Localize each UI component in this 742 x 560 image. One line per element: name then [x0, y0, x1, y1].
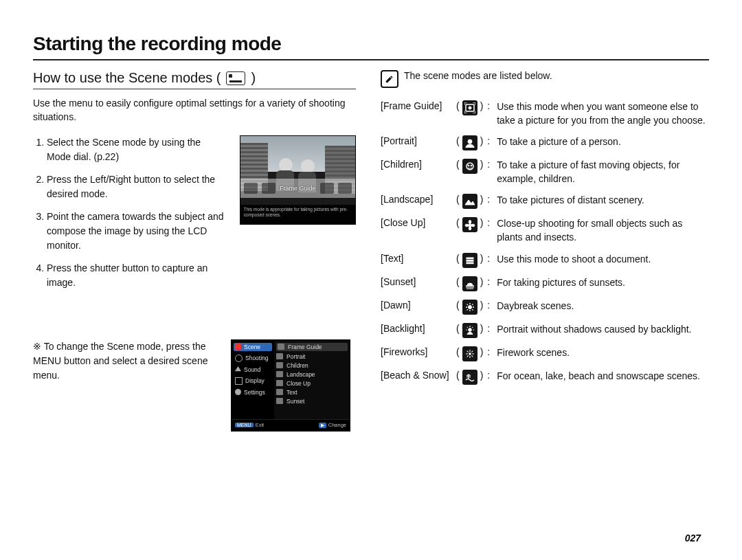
colon: :: [487, 253, 493, 264]
scene-change-note: ※ To change the Scene mode, press the ME…: [33, 339, 218, 432]
steps-list: Select the Scene mode by using the Mode …: [33, 135, 227, 298]
lcd2-left-item: Settings: [234, 388, 272, 396]
mode-description: To take a picture of a person.: [497, 135, 709, 149]
lcd2-right-menu: Frame Guide Portrait Children Landscape …: [274, 340, 350, 419]
mode-label: [Beach & Snow]: [381, 370, 452, 381]
backlight-icon: [462, 323, 477, 338]
modes-intro: The scene modes are listed below.: [404, 70, 552, 81]
horizontal-rule: [33, 59, 709, 60]
mode-label: [Backlight]: [381, 323, 452, 334]
colon: :: [487, 159, 493, 170]
lcd2-left-item: Scene: [234, 343, 272, 351]
mode-row: [Sunset]( ) : For taking pictures of sun…: [381, 276, 709, 291]
note-body: To change the Scene mode, press the MENU…: [33, 341, 207, 381]
mode-label: [Dawn]: [381, 300, 452, 311]
mode-icon-wrap: ( ): [456, 159, 483, 174]
colon: :: [487, 300, 493, 311]
lcd2-left-menu: Scene Shooting Sound Display Settings: [232, 340, 274, 419]
fireworks-icon: [462, 346, 477, 361]
sunset-icon: [462, 276, 477, 291]
page-title: Starting the recording mode: [33, 33, 709, 55]
reference-mark-icon: ※: [33, 341, 41, 352]
colon: :: [487, 135, 493, 146]
lcd2-right-item: Text: [276, 389, 348, 396]
mode-icon-wrap: ( ): [456, 217, 483, 232]
lcd1-strip-label: Frame Guide: [280, 185, 316, 192]
mode-icon-wrap: ( ): [456, 100, 483, 115]
colon: :: [487, 346, 493, 357]
scene-mode-icon: [226, 71, 245, 85]
lcd2-change-chip: ▶: [319, 423, 326, 428]
lcd2-right-item: Portrait: [276, 353, 348, 360]
mode-row: [Children]( ) : To take a picture of fas…: [381, 159, 709, 186]
children-icon: [462, 159, 477, 174]
lcd2-right-item: Close Up: [276, 380, 348, 387]
lcd-preview-frame-guide: Frame Guide This mode is appropriate for…: [240, 135, 356, 225]
lcd2-right-item: Sunset: [276, 398, 348, 405]
scene-modes-list: [Frame Guide]( ) : Use this mode when yo…: [381, 100, 709, 385]
colon: :: [487, 370, 493, 381]
mode-row: [Frame Guide]( ) : Use this mode when yo…: [381, 100, 709, 127]
step-item: Press the shutter button to capture an i…: [47, 261, 227, 290]
mode-label: [Children]: [381, 159, 452, 170]
mode-row: [Text]( ) : Use this mode to shoot a doc…: [381, 253, 709, 268]
lcd2-left-item: Sound: [234, 366, 272, 374]
colon: :: [487, 217, 493, 228]
frameguide-icon: [462, 100, 477, 115]
lcd-menu-screenshot: Scene Shooting Sound Display Settings Fr…: [231, 339, 350, 432]
colon: :: [487, 276, 493, 287]
lcd2-right-item: Children: [276, 362, 348, 369]
mode-row: [Beach & Snow]( ) : For ocean, lake, bea…: [381, 370, 709, 385]
mode-description: To take a picture of fast moving objects…: [497, 159, 709, 186]
colon: :: [487, 323, 493, 334]
mode-label: [Fireworks]: [381, 346, 452, 357]
beachsnow-icon: [462, 370, 477, 385]
mode-description: For taking pictures of sunsets.: [497, 276, 709, 290]
mode-description: Close-up shooting for small objects such…: [497, 217, 709, 244]
intro-text: Use the menu to easily configure optimal…: [33, 96, 356, 124]
mode-description: To take pictures of distant scenery.: [497, 194, 709, 208]
step-item: Point the camera towards the subject and…: [47, 210, 227, 253]
lcd2-right-item: Landscape: [276, 371, 348, 378]
subhead-text: How to use the Scene modes (: [33, 70, 221, 86]
lcd2-left-item: Display: [234, 377, 272, 385]
mode-row: [Portrait]( ) : To take a picture of a p…: [381, 135, 709, 150]
mode-description: Portrait without shadows caused by backl…: [497, 323, 709, 337]
colon: :: [487, 194, 493, 205]
mode-row: [Fireworks]( ) : Firework scenes.: [381, 346, 709, 361]
lcd1-caption: This mode is appropriate for taking pict…: [240, 205, 355, 224]
mode-icon-wrap: ( ): [456, 135, 483, 150]
subhead-close: ): [251, 70, 256, 86]
mode-description: Use this mode when you want someone else…: [497, 100, 709, 127]
mode-icon-wrap: ( ): [456, 300, 483, 315]
mode-label: [Sunset]: [381, 276, 452, 287]
mode-icon-wrap: ( ): [456, 323, 483, 338]
mode-icon-wrap: ( ): [456, 194, 483, 209]
mode-description: Firework scenes.: [497, 346, 709, 360]
dawn-icon: [462, 300, 477, 315]
mode-icon-wrap: ( ): [456, 370, 483, 385]
mode-description: For ocean, lake, beach and snowscape sce…: [497, 370, 709, 383]
text-icon: [462, 253, 477, 268]
portrait-icon: [462, 135, 477, 150]
mode-row: [Backlight]( ) : Portrait without shadow…: [381, 323, 709, 338]
mode-icon-wrap: ( ): [456, 346, 483, 361]
mode-label: [Landscape]: [381, 194, 452, 205]
lcd2-right-item: Frame Guide: [276, 343, 348, 351]
landscape-icon: [462, 194, 477, 209]
step-item: Select the Scene mode by using the Mode …: [47, 135, 227, 164]
mode-row: [Landscape]( ) : To take pictures of dis…: [381, 194, 709, 209]
mode-description: Use this mode to shoot a document.: [497, 253, 709, 267]
section-heading: How to use the Scene modes ( ): [33, 70, 356, 89]
closeup-icon: [462, 217, 477, 232]
lcd2-menu-chip: MENU: [235, 423, 254, 427]
mode-label: [Frame Guide]: [381, 100, 452, 111]
note-pencil-icon: [381, 70, 398, 88]
mode-icon-wrap: ( ): [456, 253, 483, 268]
colon: :: [487, 100, 493, 111]
mode-row: [Close Up]( ) : Close-up shooting for sm…: [381, 217, 709, 244]
mode-label: [Text]: [381, 253, 452, 264]
page-number: 027: [685, 533, 701, 544]
lcd2-footer: MENUExit ▶Change: [232, 419, 350, 431]
mode-label: [Portrait]: [381, 135, 452, 146]
